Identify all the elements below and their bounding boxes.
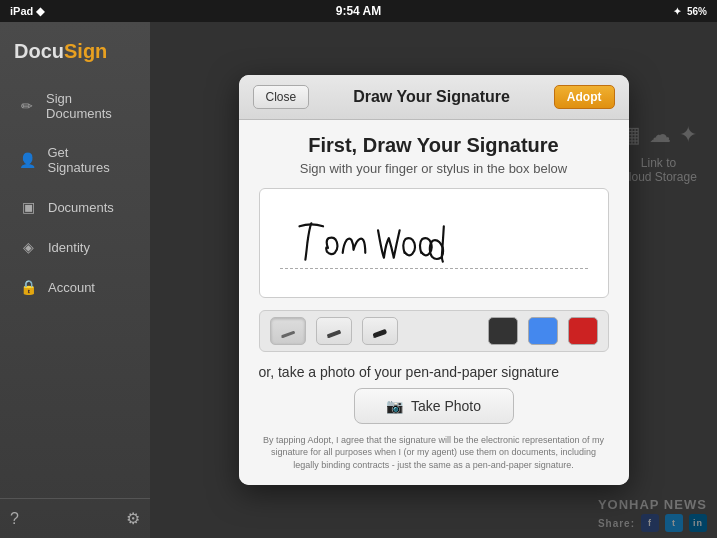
bluetooth-icon: ✦ — [673, 6, 681, 17]
help-button[interactable]: ? — [10, 510, 19, 528]
tool-thin-button[interactable] — [270, 317, 306, 345]
status-right: ✦ 56% — [673, 6, 707, 17]
modal-heading: First, Draw Your Signature — [259, 134, 609, 157]
modal-title: Draw Your Signature — [309, 88, 554, 106]
color-red-button[interactable] — [568, 317, 598, 345]
status-time: 9:54 AM — [336, 4, 382, 18]
sidebar-item-documents[interactable]: ▣ Documents — [4, 187, 146, 227]
thin-pen-icon — [279, 323, 297, 339]
signature-modal: Close Draw Your Signature Adopt First, D… — [239, 75, 629, 486]
adopt-button[interactable]: Adopt — [554, 85, 615, 109]
documents-icon: ▣ — [18, 199, 38, 215]
drawing-toolbar — [259, 310, 609, 352]
sidebar-item-identity[interactable]: ◈ Identity — [4, 227, 146, 267]
signature-baseline — [280, 268, 588, 269]
color-black-button[interactable] — [488, 317, 518, 345]
get-signatures-icon: 👤 — [18, 152, 37, 168]
tool-thick-button[interactable] — [362, 317, 398, 345]
sidebar-item-get-signatures[interactable]: 👤 Get Signatures — [4, 133, 146, 187]
or-text: or, take a photo of your pen-and-paper s… — [259, 364, 609, 380]
settings-button[interactable]: ⚙ — [126, 509, 140, 528]
identity-icon: ◈ — [18, 239, 38, 255]
thick-pen-icon — [371, 323, 389, 339]
logo-docu: Docu — [14, 40, 64, 62]
or-photo-section: or, take a photo of your pen-and-paper s… — [259, 364, 609, 424]
status-bar: iPad ◆ 9:54 AM ✦ 56% — [0, 0, 717, 22]
tool-medium-button[interactable] — [316, 317, 352, 345]
sidebar-label-documents: Documents — [48, 200, 114, 215]
sidebar-item-account[interactable]: 🔒 Account — [4, 267, 146, 307]
camera-icon: 📷 — [386, 398, 403, 414]
modal-overlay: Close Draw Your Signature Adopt First, D… — [150, 22, 717, 538]
status-left: iPad ◆ — [10, 5, 44, 18]
legal-text: By tapping Adopt, I agree that the signa… — [259, 434, 609, 472]
take-photo-label: Take Photo — [411, 398, 481, 414]
sidebar-item-sign-documents[interactable]: ✏ Sign Documents — [4, 79, 146, 133]
sidebar-label-sign-documents: Sign Documents — [46, 91, 132, 121]
sidebar-label-identity: Identity — [48, 240, 90, 255]
sign-documents-icon: ✏ — [18, 98, 36, 114]
modal-header: Close Draw Your Signature Adopt — [239, 75, 629, 120]
main-content: ▦ ☁ ✦ Link to Cloud Storage Close Draw Y… — [150, 22, 717, 538]
ipad-label: iPad ◆ — [10, 5, 44, 18]
sidebar-bottom: ? ⚙ — [0, 498, 150, 538]
battery-label: 56% — [687, 6, 707, 17]
sidebar-label-get-signatures: Get Signatures — [47, 145, 132, 175]
medium-pen-icon — [325, 323, 343, 339]
sidebar: DocuSign ✏ Sign Documents 👤 Get Signatur… — [0, 22, 150, 538]
signature-canvas[interactable] — [259, 188, 609, 298]
take-photo-button[interactable]: 📷 Take Photo — [354, 388, 514, 424]
logo-sign: Sign — [64, 40, 107, 62]
modal-body: First, Draw Your Signature Sign with you… — [239, 120, 629, 486]
color-blue-button[interactable] — [528, 317, 558, 345]
close-button[interactable]: Close — [253, 85, 310, 109]
sidebar-label-account: Account — [48, 280, 95, 295]
modal-subheading: Sign with your finger or stylus in the b… — [259, 161, 609, 176]
account-icon: 🔒 — [18, 279, 38, 295]
app-logo: DocuSign — [0, 30, 150, 79]
signature-drawing — [260, 189, 608, 297]
